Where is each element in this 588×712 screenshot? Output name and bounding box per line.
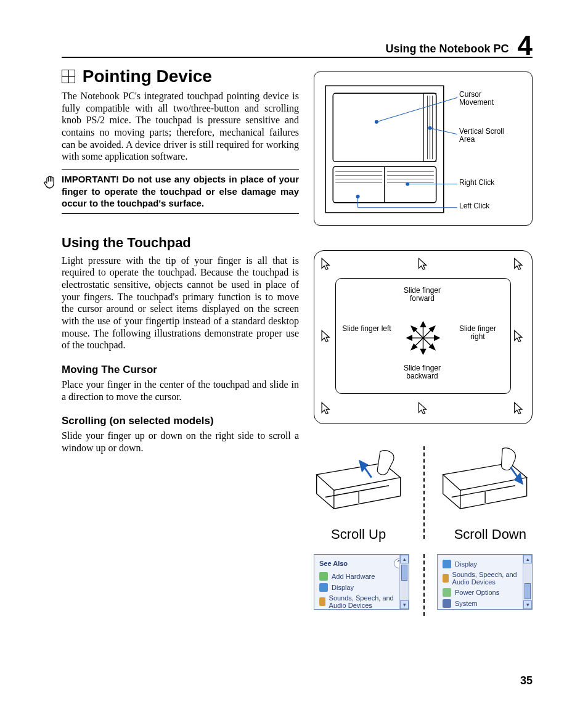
svg-line-39 xyxy=(414,338,423,346)
scrollbar-icon: ▴ ▾ xyxy=(523,555,532,609)
manual-page: Using the Notebook PC 4 Pointing Device … xyxy=(0,0,588,712)
scroll-down-label: Scroll Down xyxy=(454,526,526,542)
left-column: Pointing Device The Notebook PC's integr… xyxy=(62,67,299,619)
moving-cursor-title: Moving The Cursor xyxy=(62,364,299,376)
see-also-label: See Also xyxy=(319,560,348,567)
svg-line-16 xyxy=(377,97,457,121)
using-touchpad-intro: Light pressure with the tip of your fing… xyxy=(62,255,299,351)
system-icon xyxy=(443,599,451,608)
moving-cursor-body: Place your finger in the center of the t… xyxy=(62,379,299,403)
power-icon xyxy=(443,588,451,597)
sound-icon xyxy=(319,597,325,606)
section-title: Pointing Device xyxy=(62,67,299,86)
svg-point-17 xyxy=(375,120,378,123)
hand-stop-icon xyxy=(43,174,58,194)
label-vertical-scroll: Vertical Scroll Area xyxy=(459,128,518,144)
control-panel-scroll-up: ▴ ▾ See Also ⌃ Add Hardware Display Soun… xyxy=(314,554,409,610)
label-slide-right: Slide finger right xyxy=(453,325,502,341)
svg-line-37 xyxy=(423,338,431,346)
scroll-up-label: Scroll Up xyxy=(331,526,386,542)
list-item: Sounds, Speech, and Audio Devices xyxy=(319,593,404,610)
scrolling-body: Slide your finger up or down on the righ… xyxy=(62,430,299,454)
chapter-number: 4 xyxy=(518,33,533,58)
svg-line-35 xyxy=(414,329,423,338)
touchpad-section-icon xyxy=(62,70,75,83)
divider-dash xyxy=(423,446,425,539)
label-slide-forward: Slide finger forward xyxy=(394,287,450,303)
page-number: 35 xyxy=(520,674,533,687)
using-touchpad-title: Using the Touchpad xyxy=(62,235,299,251)
label-slide-backward: Slide finger backward xyxy=(394,364,450,380)
right-column: Cursor Movement Vertical Scroll Area Rig… xyxy=(314,67,533,619)
list-item: System xyxy=(443,598,527,609)
touchpad-directions-diagram: Slide finger forward Slide finger left S… xyxy=(314,250,533,424)
hardware-icon xyxy=(319,572,328,581)
svg-point-24 xyxy=(356,195,359,198)
list-item: Display xyxy=(443,559,527,570)
svg-rect-1 xyxy=(333,93,436,162)
touchpad-parts-diagram: Cursor Movement Vertical Scroll Area Rig… xyxy=(314,72,533,226)
scroll-down-sketch xyxy=(440,446,533,520)
section-intro: The Notebook PC's integrated touchpad po… xyxy=(62,90,299,163)
sound-icon xyxy=(443,574,449,583)
scroll-gesture-figure: Scroll Up Scroll Down ▴ ▾ See Also ⌃ Add… xyxy=(314,446,533,619)
display-icon xyxy=(443,560,451,568)
label-left-click: Left Click xyxy=(459,202,489,210)
display-icon xyxy=(319,583,328,592)
scroll-up-sketch xyxy=(314,446,406,520)
list-item: Power Options xyxy=(443,587,527,598)
section-title-text: Pointing Device xyxy=(83,67,212,86)
svg-marker-26 xyxy=(420,322,425,327)
svg-marker-28 xyxy=(420,349,425,354)
svg-point-19 xyxy=(428,126,431,129)
svg-line-33 xyxy=(423,329,431,338)
svg-marker-30 xyxy=(407,335,412,340)
important-note: IMPORTANT! Do not use any objects in pla… xyxy=(62,169,299,214)
scrolling-title: Scrolling (on selected models) xyxy=(62,415,299,427)
list-item: Sounds, Speech, and Audio Devices xyxy=(443,570,527,587)
scrollbar-icon: ▴ ▾ xyxy=(399,555,409,609)
page-header: Using the Notebook PC 4 xyxy=(62,31,533,58)
divider-dash xyxy=(423,554,425,616)
label-cursor-movement: Cursor Movement xyxy=(459,91,508,107)
important-text: IMPORTANT! Do not use any objects in pla… xyxy=(62,173,299,210)
label-right-click: Right Click xyxy=(459,179,494,187)
svg-marker-32 xyxy=(435,335,439,340)
list-item: Display xyxy=(319,582,404,593)
list-item: Add Hardware xyxy=(319,571,404,582)
svg-point-21 xyxy=(406,182,409,186)
header-title: Using the Notebook PC xyxy=(386,43,509,55)
label-slide-left: Slide finger left xyxy=(342,325,391,333)
control-panel-scroll-down: ▴ ▾ Display Sounds, Speech, and Audio De… xyxy=(437,554,533,610)
